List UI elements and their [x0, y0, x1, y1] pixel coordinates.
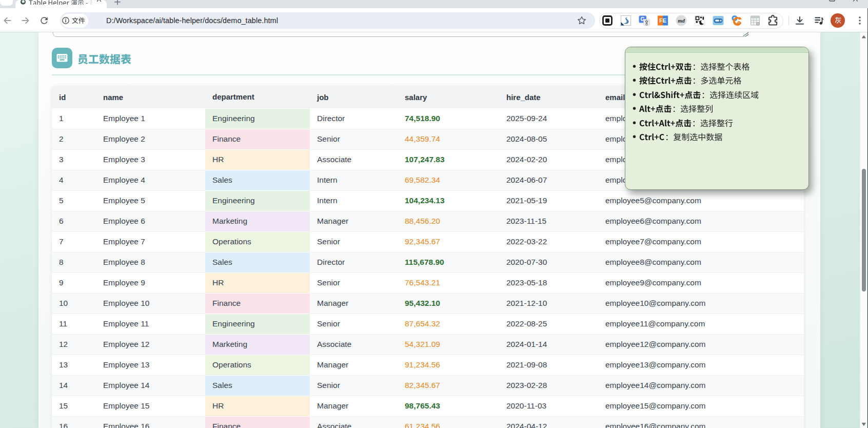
svg-text:FE: FE: [659, 17, 666, 24]
svg-text:md: md: [678, 18, 685, 24]
